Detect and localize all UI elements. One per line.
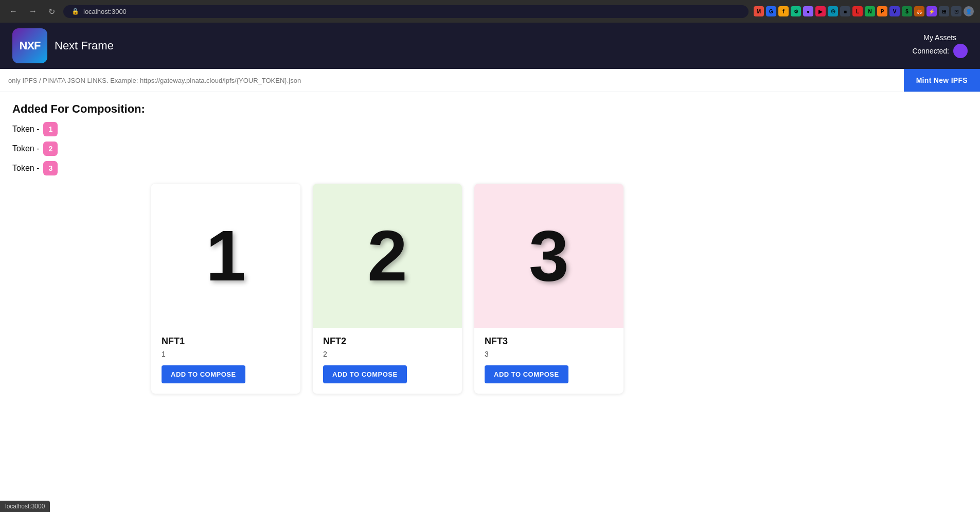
ipfs-bar: Mint New IPFS xyxy=(0,69,980,92)
nft-image-3: 3 xyxy=(474,184,623,328)
nft-name-1: NFT1 xyxy=(162,336,290,347)
connected-row: Connected: xyxy=(912,44,968,58)
composition-title: Added For Composition: xyxy=(12,102,968,116)
main-content: Added For Composition: Token - 1 Token -… xyxy=(0,92,980,404)
user-avatar: 👤 xyxy=(964,6,974,16)
token-label-2: Token - xyxy=(12,144,39,153)
ext-3: f xyxy=(778,6,789,16)
token-badge-2: 2 xyxy=(43,142,58,156)
app-title: Next Frame xyxy=(55,39,114,52)
ext-11: P xyxy=(877,6,887,16)
forward-button[interactable]: → xyxy=(26,6,40,17)
header-right: My Assets Connected: xyxy=(912,33,968,58)
token-badge-1: 1 xyxy=(43,122,58,136)
ext-7: ♾ xyxy=(828,6,838,16)
my-assets-label: My Assets xyxy=(912,33,968,42)
token-row-2: Token - 2 xyxy=(12,142,968,156)
url-text: localhost:3000 xyxy=(83,8,127,15)
nft-number-2: 2 xyxy=(367,220,407,292)
logo: NXF xyxy=(12,28,47,63)
composition-section: Added For Composition: Token - 1 Token -… xyxy=(12,102,968,175)
nft-number-3: 3 xyxy=(529,220,569,292)
nft-token-id-1: 1 xyxy=(162,350,290,358)
ipfs-input[interactable] xyxy=(0,70,904,91)
nft-token-id-3: 3 xyxy=(485,350,613,358)
nft-token-id-2: 2 xyxy=(323,350,452,358)
nft-info-3: NFT3 3 ADD TO COMPOSE xyxy=(474,328,623,394)
ext-14: 🦊 xyxy=(914,6,924,16)
mint-button[interactable]: Mint New IPFS xyxy=(904,69,980,92)
add-compose-button-3[interactable]: ADD TO COMPOSE xyxy=(485,365,568,383)
ext-13: $ xyxy=(902,6,912,16)
ext-10: N xyxy=(865,6,875,16)
token-row-3: Token - 3 xyxy=(12,161,968,175)
token-label-1: Token - xyxy=(12,125,39,134)
token-badge-3: 3 xyxy=(43,161,58,175)
add-compose-button-2[interactable]: ADD TO COMPOSE xyxy=(323,365,407,383)
add-compose-button-1[interactable]: ADD TO COMPOSE xyxy=(162,365,245,383)
ext-1: M xyxy=(754,6,764,16)
ext-12: V xyxy=(889,6,900,16)
ext-8: ■ xyxy=(840,6,850,16)
nft-card-3: 3 NFT3 3 ADD TO COMPOSE xyxy=(474,184,623,394)
token-list: Token - 1 Token - 2 Token - 3 xyxy=(12,122,968,175)
browser-chrome: ← → ↻ 🔒 localhost:3000 M G f ⚙ ● ▶ ♾ ■ L… xyxy=(0,0,980,23)
nft-card-2: 2 NFT2 2 ADD TO COMPOSE xyxy=(313,184,462,394)
ext-4: ⚙ xyxy=(791,6,801,16)
connected-indicator xyxy=(953,44,968,58)
token-label-3: Token - xyxy=(12,164,39,173)
ext-2: G xyxy=(766,6,776,16)
token-row-1: Token - 1 xyxy=(12,122,968,136)
extensions-area: M G f ⚙ ● ▶ ♾ ■ L N P V $ 🦊 ⚡ ⊞ ⊡ 👤 xyxy=(754,6,974,16)
url-bar[interactable]: 🔒 localhost:3000 xyxy=(63,5,749,18)
ext-6: ▶ xyxy=(815,6,826,16)
reload-button[interactable]: ↻ xyxy=(45,6,58,17)
ext-17: ⊡ xyxy=(951,6,961,16)
nft-card-1: 1 NFT1 1 ADD TO COMPOSE xyxy=(151,184,300,394)
ext-16: ⊞ xyxy=(939,6,949,16)
nft-image-2: 2 xyxy=(313,184,462,328)
lock-icon: 🔒 xyxy=(72,8,79,15)
ext-15: ⚡ xyxy=(926,6,937,16)
nft-image-1: 1 xyxy=(151,184,300,328)
app-header: NXF Next Frame My Assets Connected: xyxy=(0,23,980,69)
logo-area: NXF Next Frame xyxy=(12,28,114,63)
nft-name-3: NFT3 xyxy=(485,336,613,347)
ext-5: ● xyxy=(803,6,813,16)
nft-grid: 1 NFT1 1 ADD TO COMPOSE 2 NFT2 2 ADD TO … xyxy=(151,184,968,394)
nft-name-2: NFT2 xyxy=(323,336,452,347)
back-button[interactable]: ← xyxy=(6,6,21,17)
ext-9: L xyxy=(852,6,863,16)
nft-info-1: NFT1 1 ADD TO COMPOSE xyxy=(151,328,300,394)
nft-number-1: 1 xyxy=(206,220,246,292)
connected-label: Connected: xyxy=(912,47,949,55)
nft-info-2: NFT2 2 ADD TO COMPOSE xyxy=(313,328,462,394)
